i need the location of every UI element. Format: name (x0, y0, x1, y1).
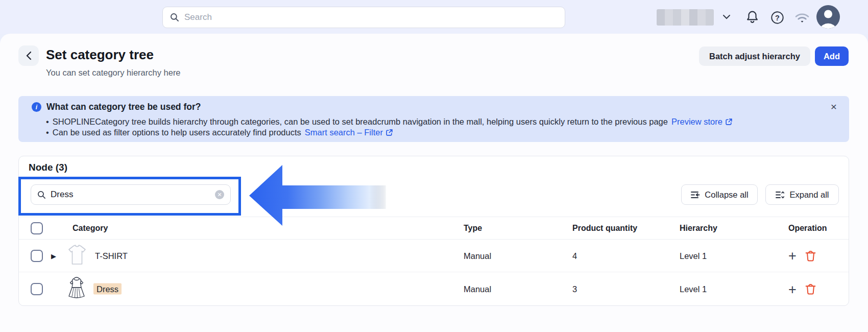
bell-icon[interactable] (744, 9, 760, 25)
col-type: Type (464, 224, 482, 233)
help-icon[interactable]: ? (770, 10, 784, 25)
blurred-account-name (657, 9, 714, 26)
collapse-all-icon (690, 191, 700, 199)
row-quantity: 3 (572, 284, 577, 294)
table-row: ▶ T-SHIRT Manual 4 Level 1 + (19, 240, 849, 272)
banner-title: What can category tree be used for? (46, 102, 201, 112)
smart-search-filter-link[interactable]: Smart search – Filter (305, 128, 393, 137)
external-link-icon (385, 129, 393, 136)
back-button[interactable] (18, 45, 39, 66)
global-search[interactable] (162, 7, 565, 28)
batch-adjust-hierarchy-button[interactable]: Batch adjust hierarchy (699, 46, 810, 66)
col-operation: Operation (788, 224, 827, 233)
avatar[interactable] (816, 5, 840, 29)
svg-text:?: ? (775, 13, 780, 21)
table-row: Dress Manual 3 Level 1 + (19, 272, 849, 306)
add-button[interactable]: Add (815, 46, 849, 66)
search-match-highlight[interactable]: Dress (93, 283, 122, 295)
wifi-icon[interactable] (793, 11, 811, 24)
clear-search-icon[interactable]: ✕ (215, 190, 224, 199)
search-icon (37, 191, 46, 199)
close-icon[interactable]: × (831, 101, 837, 112)
node-count-title: Node (3) (29, 162, 67, 173)
bullet-dot: • (46, 128, 49, 137)
chevron-left-icon (26, 51, 32, 60)
col-category: Category (73, 224, 108, 233)
delete-icon[interactable] (805, 250, 816, 262)
tshirt-product-image (67, 244, 87, 268)
topbar: ? (0, 0, 868, 34)
page-title: Set category tree (46, 47, 154, 63)
expand-row-icon[interactable]: ▶ (51, 252, 56, 259)
expand-all-icon (775, 191, 785, 199)
row-type: Manual (464, 251, 491, 260)
add-subcategory-icon[interactable]: + (788, 251, 797, 261)
row-hierarchy: Level 1 (680, 284, 707, 294)
banner-bullet-2-text: Can be used as filter options to help us… (53, 128, 301, 137)
global-search-input[interactable] (184, 12, 558, 22)
info-banner: i What can category tree be used for? • … (18, 96, 849, 142)
banner-bullet-2: • Can be used as filter options to help … (46, 128, 393, 137)
row-quantity: 4 (572, 251, 577, 260)
bullet-dot: • (46, 117, 49, 127)
external-link-icon (725, 118, 733, 126)
dress-product-image (66, 276, 87, 302)
row-hierarchy: Level 1 (680, 251, 707, 260)
delete-icon[interactable] (805, 283, 816, 295)
search-icon (170, 13, 179, 22)
chevron-down-icon[interactable] (722, 13, 731, 20)
category-name[interactable]: T-SHIRT (95, 251, 128, 260)
category-search[interactable]: ✕ (31, 184, 231, 205)
collapse-all-button[interactable]: Collapse all (681, 184, 758, 205)
table-header: Category Type Product quantity Hierarchy… (19, 217, 849, 240)
col-hierarchy: Hierarchy (680, 224, 717, 233)
info-icon: i (32, 102, 41, 112)
col-product-quantity: Product quantity (572, 224, 637, 233)
row-checkbox[interactable] (31, 250, 43, 262)
add-subcategory-icon[interactable]: + (788, 284, 797, 294)
banner-bullet-1: • SHOPLINECategory tree builds hierarchy… (46, 117, 733, 127)
select-all-checkbox[interactable] (31, 222, 43, 234)
expand-all-button[interactable]: Expand all (765, 184, 839, 205)
category-name: Dress (93, 284, 122, 294)
row-type: Manual (464, 284, 491, 294)
category-tree-panel: Node (3) ✕ Collapse all Expand all Categ… (18, 156, 849, 306)
banner-bullet-1-text: SHOPLINECategory tree builds hierarchy t… (53, 117, 668, 127)
preview-store-link[interactable]: Preview store (671, 117, 733, 127)
row-checkbox[interactable] (31, 283, 43, 295)
page-subtitle: You can set category hierarchy here (46, 68, 181, 78)
category-search-input[interactable] (51, 189, 210, 200)
